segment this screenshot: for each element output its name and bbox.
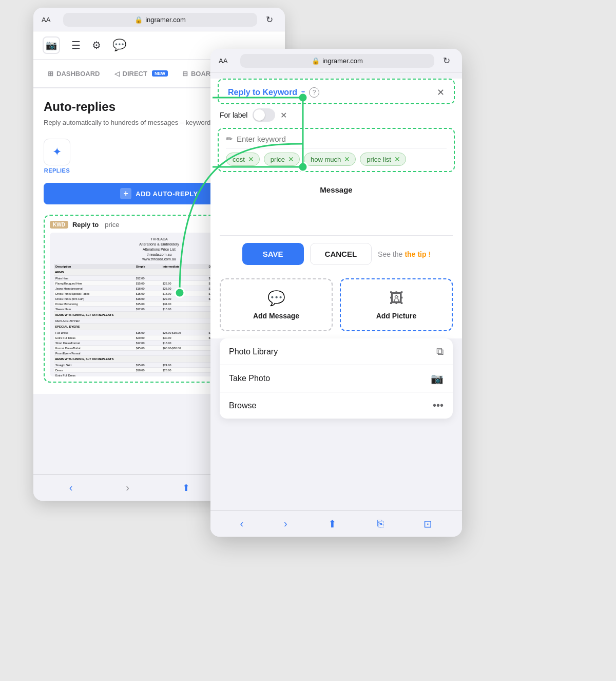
save-button[interactable]: SAVE xyxy=(242,243,304,265)
menu-browse-label: Browse xyxy=(229,401,256,410)
tip-see-text: See the xyxy=(378,250,402,258)
back-logo-icon: 📷 xyxy=(46,40,57,51)
back-kwd-price-tag: price xyxy=(105,221,119,229)
keyword-pencil-icon: ✏ xyxy=(226,134,233,144)
keyword-tag-cost-remove[interactable]: ✕ xyxy=(248,155,254,163)
menu-item-browse[interactable]: Browse ••• xyxy=(220,392,453,419)
rtk-close-button[interactable]: ✕ xyxy=(437,87,445,98)
back-dashboard-grid-icon: ⊞ xyxy=(48,70,53,78)
message-section: Message SAVE CANCEL See the the tip ! xyxy=(210,176,462,271)
front-nav-share-icon[interactable]: ⬆ xyxy=(328,518,337,530)
back-nav-forward-icon[interactable]: › xyxy=(126,482,129,494)
back-tab-dashboard[interactable]: ⊞ DASHBOARD xyxy=(41,64,107,84)
tip-text: the xyxy=(405,250,415,258)
keyword-tag-how-much[interactable]: how much ✕ xyxy=(304,153,356,166)
back-direct-badge: NEW xyxy=(152,70,168,77)
keyword-tag-price-remove[interactable]: ✕ xyxy=(288,155,294,163)
message-label: Message xyxy=(220,185,453,194)
back-settings-icon[interactable]: ⚙ xyxy=(92,39,101,51)
back-tab-direct[interactable]: ◁ DIRECT NEW xyxy=(107,64,175,84)
front-nav-forward-icon[interactable]: › xyxy=(284,518,287,529)
add-picture-card[interactable]: 🖼 Add Picture xyxy=(340,278,453,331)
front-nav-bookmark-icon[interactable]: ⎘ xyxy=(377,518,383,529)
menu-photo-library-icon: ⧉ xyxy=(436,346,444,357)
back-refresh-icon[interactable]: ↻ xyxy=(262,14,277,25)
rtk-header-panel: Reply to Keyword ▾ ? ✕ xyxy=(218,79,455,104)
add-message-card[interactable]: 💬 Add Message xyxy=(220,278,333,331)
back-address-bar: AA 🔒 ingramer.com ↻ xyxy=(33,8,285,31)
back-add-reply-plus-icon: + xyxy=(120,188,131,199)
keyword-tags-container: cost ✕ price ✕ how much ✕ price list ✕ xyxy=(226,153,447,166)
rtk-question-icon[interactable]: ? xyxy=(309,87,319,98)
back-url-pill[interactable]: 🔒 ingramer.com xyxy=(63,13,257,27)
front-aa-text[interactable]: AA xyxy=(219,57,235,65)
front-nav-back-icon[interactable]: ‹ xyxy=(240,518,243,529)
tip-tip-label: tip xyxy=(417,250,426,258)
back-url-text: ingramer.com xyxy=(145,16,186,24)
back-table-col-simple: Simple xyxy=(134,264,161,269)
back-kwd-badge: KWD xyxy=(50,221,68,229)
front-address-bar: AA 🔒 ingramer.com ↻ xyxy=(210,49,462,72)
menu-item-take-photo[interactable]: Take Photo 📷 xyxy=(220,365,453,392)
front-browser-window: AA 🔒 ingramer.com ↻ Reply to Keyword ▾ ?… xyxy=(210,49,462,537)
menu-item-photo-library[interactable]: Photo Library ⧉ xyxy=(220,338,453,365)
keyword-tag-price-list-label: price list xyxy=(367,156,391,163)
for-label-text: For label xyxy=(220,111,247,119)
menu-browse-icon: ••• xyxy=(433,400,444,411)
front-url-pill[interactable]: 🔒 ingramer.com xyxy=(240,54,434,68)
back-hamburger-icon[interactable]: ☰ xyxy=(71,39,81,51)
back-logo[interactable]: 📷 xyxy=(43,36,60,54)
action-buttons-row: SAVE CANCEL See the the tip ! xyxy=(220,243,453,265)
back-direct-icon: ◁ xyxy=(114,70,120,78)
back-aa-text[interactable]: AA xyxy=(42,16,58,24)
add-picture-icon: 🖼 xyxy=(389,290,403,307)
keyword-tag-cost[interactable]: cost ✕ xyxy=(226,153,260,166)
front-refresh-icon[interactable]: ↻ xyxy=(439,55,454,66)
menu-take-photo-label: Take Photo xyxy=(229,374,270,383)
for-label-close-icon[interactable]: ✕ xyxy=(280,110,287,120)
keyword-input-row: ✏ xyxy=(226,134,447,148)
add-message-icon: 💬 xyxy=(267,290,285,307)
keyword-tag-cost-label: cost xyxy=(233,156,245,163)
back-replies-icon-box: ✦ xyxy=(44,139,70,165)
back-kwd-card-title: Reply to xyxy=(72,221,99,229)
toggle-knob xyxy=(254,109,265,121)
rtk-title: Reply to Keyword xyxy=(228,88,297,97)
keyword-tag-price-label: price xyxy=(271,156,285,163)
add-cards-row: 💬 Add Message 🖼 Add Picture xyxy=(210,271,462,338)
for-label-toggle[interactable] xyxy=(253,108,275,122)
cancel-button[interactable]: CANCEL xyxy=(310,243,372,265)
back-add-reply-label: ADD AUTO-REPLY xyxy=(136,190,198,198)
back-table-col-description: Description xyxy=(54,264,134,269)
add-message-label: Add Message xyxy=(253,312,299,320)
keyword-tag-how-much-remove[interactable]: ✕ xyxy=(344,155,350,163)
keyword-input[interactable] xyxy=(237,135,447,143)
action-menu: Photo Library ⧉ Take Photo 📷 Browse ••• xyxy=(220,338,453,419)
add-picture-label: Add Picture xyxy=(376,312,417,320)
message-divider xyxy=(220,235,453,236)
keyword-tag-price-list[interactable]: price list ✕ xyxy=(360,153,406,166)
back-replies-label: REPLIES xyxy=(44,167,70,174)
for-label-row: For label ✕ xyxy=(210,104,462,128)
rtk-chevron-icon[interactable]: ▾ xyxy=(301,88,305,97)
menu-photo-library-label: Photo Library xyxy=(229,347,278,356)
front-nav-tabs-icon[interactable]: ⊡ xyxy=(424,518,432,530)
tip-link[interactable]: See the the tip ! xyxy=(378,243,430,265)
back-nav-back-icon[interactable]: ‹ xyxy=(69,482,73,494)
back-table-col-intermediate: Intermediate xyxy=(161,264,207,269)
back-lock-icon: 🔒 xyxy=(134,16,143,24)
back-tab-direct-label: DIRECT xyxy=(123,70,147,78)
tip-exclamation: ! xyxy=(428,250,430,258)
back-replies-icon: ✦ xyxy=(52,145,62,159)
menu-take-photo-icon: 📷 xyxy=(431,372,444,385)
back-replies-button[interactable]: ✦ REPLIES xyxy=(44,139,70,174)
back-chat-icon[interactable]: 💬 xyxy=(112,39,126,52)
keyword-tag-price[interactable]: price ✕ xyxy=(264,153,300,166)
keyword-tag-price-list-remove[interactable]: ✕ xyxy=(394,155,400,163)
keyword-tag-how-much-label: how much xyxy=(311,156,341,163)
keyword-section: ✏ cost ✕ price ✕ how much ✕ price list xyxy=(218,128,455,172)
front-url-text: ingramer.com xyxy=(322,57,363,65)
back-nav-share-icon[interactable]: ⬆ xyxy=(182,482,190,494)
front-lock-icon: 🔒 xyxy=(312,57,320,65)
front-bottom-nav: ‹ › ⬆ ⎘ ⊡ xyxy=(210,510,462,537)
